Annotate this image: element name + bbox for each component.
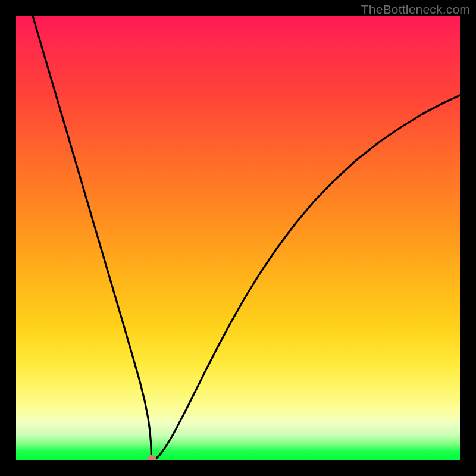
optimal-point-marker [147, 455, 156, 460]
watermark-text: TheBottleneck.com [361, 2, 470, 17]
bottleneck-curve [16, 16, 460, 460]
plot-area [16, 16, 460, 460]
chart-stage: TheBottleneck.com [0, 0, 476, 476]
